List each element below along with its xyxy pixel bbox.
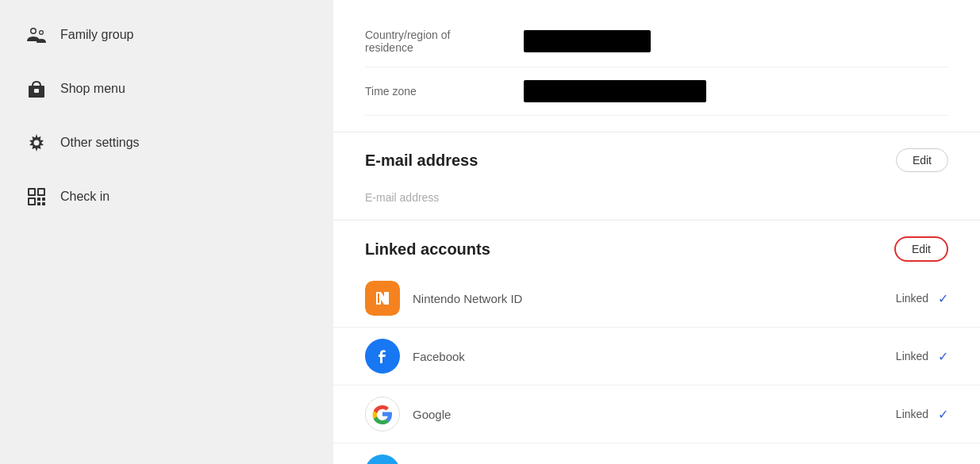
- list-item: Nintendo Network ID Linked ✓: [333, 270, 980, 328]
- google-status: Linked ✓: [896, 407, 948, 422]
- sidebar-item-family-group[interactable]: Family group: [0, 8, 333, 62]
- svg-rect-14: [37, 197, 40, 201]
- shop-icon: [24, 76, 49, 102]
- svg-rect-19: [378, 293, 379, 303]
- sidebar-item-label: Family group: [60, 28, 133, 42]
- list-item: Google Linked ✓: [333, 385, 980, 443]
- svg-point-1: [32, 29, 36, 33]
- email-header: E-mail address Edit: [333, 132, 980, 180]
- email-section-title: E-mail address: [365, 151, 478, 170]
- sidebar-item-label: Check in: [60, 190, 110, 204]
- timezone-value: [524, 80, 706, 102]
- facebook-icon: [365, 339, 400, 374]
- svg-rect-15: [42, 197, 45, 201]
- country-label: Country/region ofresidence: [365, 29, 524, 54]
- email-section: E-mail address Edit E-mail address: [333, 132, 980, 220]
- country-section: Country/region ofresidence Time zone: [333, 0, 980, 132]
- checkin-icon: [24, 184, 49, 209]
- svg-rect-16: [37, 202, 40, 205]
- timezone-label: Time zone: [365, 85, 524, 98]
- settings-icon: [24, 130, 49, 155]
- svg-rect-17: [42, 202, 45, 205]
- google-icon: [365, 397, 400, 431]
- svg-rect-11: [39, 190, 44, 194]
- facebook-status: Linked ✓: [896, 349, 948, 364]
- svg-point-7: [34, 140, 40, 146]
- email-edit-button[interactable]: Edit: [896, 148, 948, 172]
- linked-accounts-title: Linked accounts: [365, 240, 490, 259]
- svg-rect-9: [29, 190, 34, 194]
- svg-rect-13: [29, 199, 34, 204]
- sidebar-item-label: Shop menu: [60, 82, 125, 96]
- family-icon: [24, 22, 49, 48]
- email-field[interactable]: E-mail address: [333, 180, 980, 220]
- country-row: Country/region ofresidence: [365, 16, 948, 67]
- svg-point-3: [40, 31, 43, 34]
- google-name: Google: [413, 408, 896, 421]
- nintendo-icon: [365, 281, 400, 316]
- svg-rect-5: [34, 89, 39, 93]
- list-item: Twitter Not linked: [333, 443, 980, 464]
- facebook-name: Facebook: [413, 350, 896, 363]
- nintendo-name: Nintendo Network ID: [413, 292, 896, 305]
- timezone-row: Time zone: [365, 67, 948, 116]
- list-item: Facebook Linked ✓: [333, 328, 980, 385]
- linked-accounts-edit-button[interactable]: Edit: [894, 236, 948, 262]
- nintendo-status: Linked ✓: [896, 291, 948, 306]
- sidebar-item-shop-menu[interactable]: Shop menu: [0, 62, 333, 116]
- main-content: Country/region ofresidence Time zone E-m…: [333, 0, 980, 464]
- country-value: [524, 30, 651, 52]
- sidebar-item-other-settings[interactable]: Other settings: [0, 116, 333, 170]
- twitter-icon: [365, 454, 400, 464]
- linked-accounts-header: Linked accounts Edit: [333, 220, 980, 270]
- sidebar-item-label: Other settings: [60, 136, 140, 150]
- linked-accounts-section: Linked accounts Edit Nintendo Network ID…: [333, 220, 980, 464]
- sidebar: Family group Shop menu Other settings: [0, 0, 333, 464]
- svg-point-21: [371, 461, 394, 464]
- sidebar-item-check-in[interactable]: Check in: [0, 170, 333, 224]
